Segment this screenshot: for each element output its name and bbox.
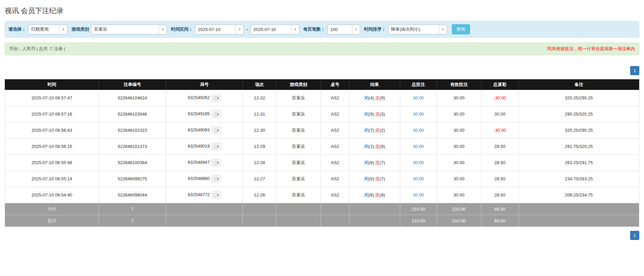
cell-round-id: 632548947 bbox=[166, 155, 243, 171]
date-range-label: 时间区间： bbox=[171, 26, 193, 32]
column-header: 桌号 bbox=[321, 80, 349, 90]
cell-time: 2025-07-10 06:57:47 bbox=[5, 90, 99, 106]
result-banker: 庄 bbox=[375, 176, 380, 181]
page-size-label: 每页笔数： bbox=[303, 26, 325, 32]
video-replay-button[interactable] bbox=[212, 111, 221, 118]
chevron-down-icon[interactable]: ▼ bbox=[439, 25, 447, 34]
filter-group-game-type: 游戏类别 ▼ bbox=[71, 25, 167, 34]
result-banker: 庄 bbox=[375, 128, 380, 133]
cell-result: 闲(6) 庄(7) bbox=[349, 155, 400, 171]
cell-valid-bet: 30.00 bbox=[437, 139, 481, 155]
table-row: 2025-07-10 06:57:47522646104624632549262… bbox=[5, 90, 639, 106]
cell-payout: 28.50 bbox=[481, 171, 519, 187]
date-to-input[interactable] bbox=[251, 25, 291, 34]
cell-time: 2025-07-10 06:55:14 bbox=[5, 171, 99, 187]
total-bet-link[interactable]: 30.00 bbox=[413, 192, 424, 197]
pagination-page-1[interactable]: 1 bbox=[630, 66, 639, 75]
game-type-input[interactable] bbox=[91, 25, 159, 34]
video-replay-button[interactable] bbox=[212, 175, 221, 182]
cell-game-type: 百家乐 bbox=[276, 171, 321, 187]
video-replay-button[interactable] bbox=[212, 159, 221, 166]
page-size-input[interactable] bbox=[328, 25, 352, 34]
cell-round-id: 632549093 bbox=[166, 122, 243, 139]
table-row: 2025-07-10 06:55:46522646100364632548947… bbox=[5, 155, 639, 171]
video-replay-button[interactable] bbox=[212, 127, 221, 134]
total-bet-link[interactable]: 30.00 bbox=[413, 160, 424, 165]
cell-table-no: AS2 bbox=[321, 139, 349, 155]
cell-game-type: 百家乐 bbox=[276, 106, 321, 122]
cell-bet-id: 522646102323 bbox=[99, 122, 166, 139]
cell-note: 234.75/263.25 bbox=[519, 171, 639, 187]
sort-input[interactable] bbox=[388, 25, 439, 34]
cell-note: 290.25/320.25 bbox=[519, 106, 639, 122]
cell-payout: 28.50 bbox=[481, 155, 519, 171]
cell-table-no: AS2 bbox=[321, 90, 349, 106]
subtotal-total-bet: 210.00 bbox=[400, 203, 437, 215]
total-valid-bet: 210.00 bbox=[437, 215, 481, 227]
game-type-select[interactable]: ▼ bbox=[91, 25, 167, 34]
filter-bar: 请选择： ▼ 游戏类别 ▼ 时间区间： ▼ ~ ▼ bbox=[5, 21, 639, 38]
result-player-score: (2) bbox=[369, 144, 374, 149]
cell-note: 263.25/291.75 bbox=[519, 155, 639, 171]
total-bet-link[interactable]: 30.00 bbox=[413, 144, 424, 149]
payout-value: 30.00 bbox=[494, 112, 505, 117]
chevron-down-icon[interactable]: ▼ bbox=[59, 25, 67, 34]
query-type-select[interactable]: ▼ bbox=[28, 25, 67, 34]
video-replay-button[interactable] bbox=[212, 94, 221, 101]
payout-value: 28.50 bbox=[494, 176, 505, 181]
cell-result: 闲(4) 庄(9) bbox=[349, 90, 400, 106]
game-type-label: 游戏类别 bbox=[71, 26, 89, 32]
result-banker: 庄 bbox=[375, 160, 380, 165]
cell-note: 206.25/234.75 bbox=[519, 187, 639, 203]
query-type-input[interactable] bbox=[28, 25, 59, 34]
cell-session: 12-26 bbox=[243, 187, 276, 203]
cell-table-no: AS2 bbox=[321, 155, 349, 171]
cell-note: 320.25/290.25 bbox=[519, 122, 639, 139]
filter-group-query-type: 请选择： ▼ bbox=[8, 25, 67, 34]
column-header: 游戏类别 bbox=[276, 80, 321, 90]
total-bet-link[interactable]: 30.00 bbox=[413, 128, 424, 133]
cell-result: 闲(2) 庄(9) bbox=[349, 139, 400, 155]
result-player-score: (4) bbox=[369, 95, 374, 100]
cell-note: 320.25/290.25 bbox=[519, 90, 639, 106]
date-from-picker[interactable]: ▼ bbox=[195, 25, 244, 34]
cell-result: 闲(7) 庄(2) bbox=[349, 122, 400, 139]
date-to-picker[interactable]: ▼ bbox=[251, 25, 299, 34]
date-from-input[interactable] bbox=[195, 25, 236, 34]
cell-table-no: AS2 bbox=[321, 106, 349, 122]
cell-payout: 28.50 bbox=[481, 139, 519, 155]
result-player-score: (6) bbox=[369, 192, 374, 197]
pagination-top: 1 bbox=[5, 66, 639, 75]
chevron-down-icon[interactable]: ▼ bbox=[352, 25, 360, 34]
video-replay-button[interactable] bbox=[212, 191, 221, 198]
video-icon bbox=[214, 96, 219, 100]
total-count: 7 bbox=[99, 215, 166, 227]
video-icon bbox=[214, 177, 219, 181]
sort-select[interactable]: ▼ bbox=[388, 25, 447, 34]
filter-group-page-size: 每页笔数： ▼ bbox=[303, 25, 360, 34]
chevron-down-icon[interactable]: ▼ bbox=[159, 25, 167, 34]
total-bet-link[interactable]: 30.00 bbox=[413, 95, 424, 100]
pagination-page-1[interactable]: 1 bbox=[630, 231, 639, 240]
subtotal-count: 7 bbox=[99, 203, 166, 215]
cell-bet-id: 522646104624 bbox=[99, 90, 166, 106]
search-button[interactable]: 查询 bbox=[452, 24, 470, 34]
cell-valid-bet: 30.00 bbox=[437, 106, 481, 122]
video-replay-button[interactable] bbox=[212, 143, 221, 150]
cell-session: 12-31 bbox=[243, 106, 276, 122]
chevron-down-icon[interactable]: ▼ bbox=[236, 25, 243, 34]
subtotal-payout: 84.00 bbox=[481, 203, 519, 215]
video-icon bbox=[214, 193, 219, 197]
page-size-select[interactable]: ▼ bbox=[327, 25, 360, 34]
cell-round-id: 632549185 bbox=[166, 106, 243, 122]
total-row: 总计 7 210.00 210.00 84.00 bbox=[5, 215, 639, 227]
subtotal-valid-bet: 210.00 bbox=[437, 203, 481, 215]
result-banker: 庄 bbox=[375, 95, 380, 100]
cell-valid-bet: 30.00 bbox=[437, 90, 481, 106]
chevron-down-icon[interactable]: ▼ bbox=[291, 25, 299, 34]
total-bet-link[interactable]: 30.00 bbox=[413, 176, 424, 181]
subtotal-label: 小计 bbox=[5, 203, 99, 215]
column-header: 注单编号 bbox=[99, 80, 166, 90]
payout-value: 28.50 bbox=[494, 192, 505, 197]
total-bet-link[interactable]: 30.00 bbox=[413, 112, 424, 117]
